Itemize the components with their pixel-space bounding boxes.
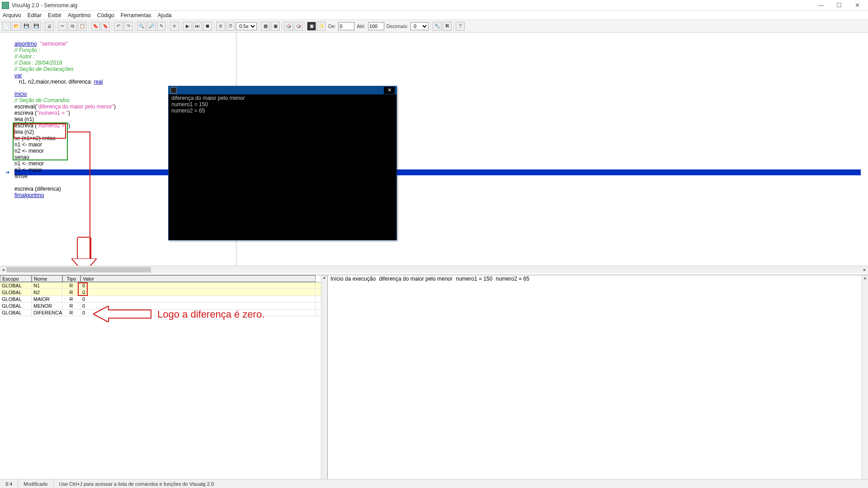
tool2-icon[interactable]: 🛠 [443,22,452,31]
vscroll-up-icon[interactable]: ▲ [321,275,327,282]
vars-icon[interactable]: ▦ [261,22,270,31]
stop-icon[interactable]: ⏹ [203,22,212,31]
menu-ferramentas[interactable]: Ferramentas [121,12,151,19]
random-icon[interactable]: 🎲 [284,22,293,31]
annotation-red-box-code [14,123,66,139]
find-next-icon[interactable]: 🔎 [147,22,156,31]
dec-label: Decimais: [385,23,410,29]
highlight-icon[interactable]: ✨ [317,22,326,31]
indent-icon[interactable]: ≡ [170,22,179,31]
dos-icon[interactable]: ▣ [271,22,280,31]
run-icon[interactable]: ▶ [183,22,192,31]
step-icon[interactable]: ⏭ [193,22,202,31]
var-row[interactable]: GLOBALMAIORR0 [0,296,327,303]
de-label: De: [327,23,337,29]
ate-input[interactable] [368,22,384,30]
timer-icon[interactable]: ⏱ [226,22,235,31]
editor-hscroll[interactable]: ◄ ► [0,266,868,273]
console-output: diferença do maior pelo menor numero1 = … [169,94,396,240]
pause-icon[interactable]: ⏸ [216,22,225,31]
menu-editar[interactable]: Editar [28,12,42,19]
bottom-panels: Escopo Nome Tipo Valor GLOBALN1R0 GLOBAL… [0,275,868,479]
col-nome[interactable]: Nome [32,275,62,282]
annotation-red-box-vars [78,282,88,296]
cut-icon[interactable]: ✂ [58,22,67,31]
col-valor[interactable]: Valor [80,275,316,282]
copy-icon[interactable]: ⧉ [68,22,77,31]
col-escopo[interactable]: Escopo [0,275,32,282]
console-titlebar[interactable]: ✕ [169,86,396,94]
open-icon[interactable]: 📂 [12,22,21,31]
tool1-icon[interactable]: 🔧 [433,22,442,31]
log-line: Início da execução [330,276,376,282]
annotation-text-2: Logo a diferença é zero. [157,308,264,321]
console-window[interactable]: ✕ diferença do maior pelo menor numero1 … [168,86,397,240]
status-bar: 8:4 Modificado Use Ctrl+J para acessar a… [0,479,868,488]
menu-exibir[interactable]: Exibir [48,12,61,19]
new-icon[interactable]: 📄 [2,22,11,31]
col-tipo[interactable]: Tipo [62,275,80,282]
paste-icon[interactable]: 📋 [78,22,87,31]
replace-icon[interactable]: ✎ [157,22,166,31]
logpanel-vscroll[interactable]: ▲ [862,275,868,479]
var-row[interactable]: GLOBALN2R0 [0,289,327,296]
log-line: numero2 = 65 [496,276,529,282]
status-modified: Modificado [18,479,53,488]
undo-icon[interactable]: ↶ [114,22,123,31]
status-hint: Use Ctrl+J para acessar a lista de coman… [54,479,868,488]
redo-icon[interactable]: ↷ [124,22,133,31]
menu-algoritmo[interactable]: Algoritmo [68,12,91,19]
ate-label: Até: [355,23,367,29]
speed-select[interactable]: 0.5s [236,22,257,30]
arrow-down-shaft-r [90,238,91,260]
log-panel: Início da execução diferença do maior pe… [327,275,868,479]
find-icon[interactable]: 🔍 [137,22,146,31]
print-icon[interactable]: 🖨 [45,22,54,31]
editor-area: ➔ algoritmo "semnome" // Função : // Aut… [0,33,868,273]
var-header-row: Escopo Nome Tipo Valor [0,275,327,282]
console-close-button[interactable]: ✕ [384,87,395,94]
status-pos: 8:4 [0,479,18,488]
de-input[interactable] [338,22,354,30]
annot-line1 [67,131,90,132]
console-icon [170,87,177,94]
save-icon[interactable]: 💾 [22,22,31,31]
maximize-button[interactable]: ☐ [830,2,848,9]
dos2-icon[interactable]: ▣ [307,22,316,31]
svg-marker-1 [93,306,151,322]
saveas-icon[interactable]: 💾 [32,22,41,31]
variables-panel: Escopo Nome Tipo Valor GLOBALN1R0 GLOBAL… [0,275,327,479]
arrow-left-icon [93,306,152,322]
vscroll-up-icon[interactable]: ▲ [862,275,868,282]
dec-select[interactable]: 0 [410,22,429,30]
arrow-down-top [78,237,90,238]
menu-codigo[interactable]: Código [97,12,114,19]
log-line: numero1 = 150 [456,276,492,282]
varpanel-vscroll[interactable]: ▲ [321,275,327,479]
bookmark-icon[interactable]: 🔖 [91,22,100,31]
minimize-button[interactable]: — [812,2,830,9]
window-titlebar: VisuAlg 2.0 - Semnome.alg — ☐ ✕ [0,0,868,11]
hscroll-right-icon[interactable]: ► [862,266,868,273]
arrow-down-shaft-l [77,238,78,260]
menu-ajuda[interactable]: Ajuda [158,12,172,19]
log-line: diferença do maior pelo menor [379,276,453,282]
exec-arrow-icon: ➔ [5,169,11,175]
close-button[interactable]: ✕ [848,2,866,9]
help-icon[interactable]: ? [456,22,465,31]
hscroll-left-icon[interactable]: ◄ [0,266,6,273]
toolbar: 📄 📂 💾 💾 🖨 ✂ ⧉ 📋 🔖 🔖 ↶ ↷ 🔍 🔎 ✎ ≡ ▶ ⏭ ⏹ ⏸ … [0,20,868,33]
menu-arquivo[interactable]: Arquivo [3,12,21,19]
menu-bar: Arquivo Editar Exibir Algoritmo Código F… [0,11,868,20]
app-icon [2,2,9,9]
window-title: VisuAlg 2.0 - Semnome.alg [12,2,77,9]
hscroll-thumb[interactable] [6,267,151,272]
random2-icon[interactable]: 🎲 [294,22,303,31]
var-row[interactable]: GLOBALN1R0 [0,282,327,289]
code-editor[interactable]: algoritmo "semnome" // Função : // Autor… [14,35,868,199]
goto-icon[interactable]: 🔖 [101,22,110,31]
